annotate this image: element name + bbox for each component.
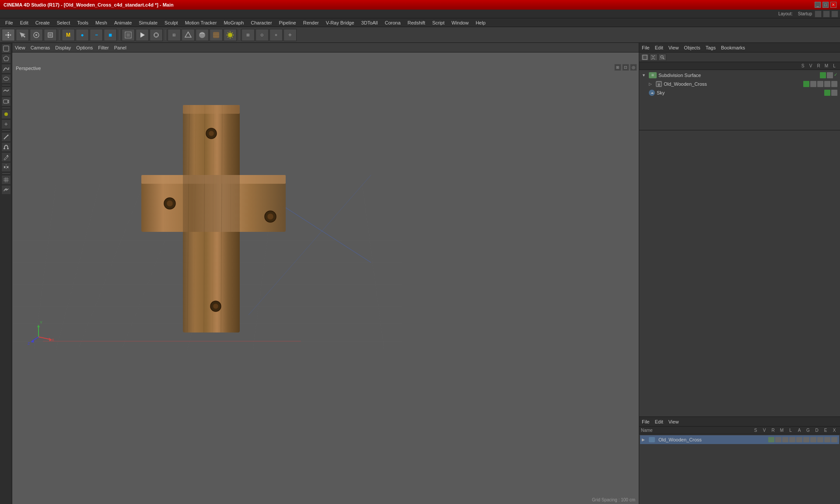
snap-btn[interactable]: ⊠ <box>242 29 255 41</box>
attr-dot-7[interactable] <box>810 437 816 442</box>
texture-btn[interactable] <box>210 29 223 41</box>
om-item-subdivision[interactable]: ▼ ⊞ Subdivision Surface ✓ <box>640 71 839 80</box>
spline-tool[interactable] <box>1 64 11 74</box>
scale-btn[interactable] <box>44 29 57 41</box>
attr-menu-file[interactable]: File <box>642 419 650 424</box>
move-tool-btn[interactable] <box>2 29 15 41</box>
menu-help[interactable]: Help <box>472 19 489 26</box>
menu-redshift[interactable]: Redshift <box>404 19 429 26</box>
menu-character[interactable]: Character <box>247 19 275 26</box>
render-region-btn[interactable] <box>122 29 135 41</box>
grid-tool[interactable] <box>1 175 11 185</box>
attr-item-cross[interactable]: ▶ Old_Wooden_Cross <box>640 435 839 444</box>
floor-btn[interactable]: ≡ <box>270 29 283 41</box>
snap-settings-btn[interactable]: ⊙ <box>256 29 269 41</box>
render-settings-btn[interactable] <box>150 29 163 41</box>
layout-startup[interactable]: Startup <box>795 11 815 16</box>
maximize-button[interactable]: □ <box>822 2 829 8</box>
menu-create[interactable]: Create <box>32 19 53 26</box>
render-btn[interactable] <box>136 29 149 41</box>
menu-window[interactable]: Window <box>448 19 472 26</box>
sculpt-tool[interactable] <box>1 185 11 195</box>
attr-dot-1[interactable] <box>768 437 774 442</box>
model-mode-btn[interactable]: M <box>62 29 75 41</box>
menu-3dtall[interactable]: 3DToAll <box>358 19 382 26</box>
attr-dot-4[interactable] <box>789 437 795 442</box>
menu-script[interactable]: Script <box>429 19 448 26</box>
attr-menu-view[interactable]: View <box>668 419 679 424</box>
select-tool-btn[interactable] <box>16 29 29 41</box>
menu-sculpt[interactable]: Sculpt <box>161 19 182 26</box>
attr-dot-3[interactable] <box>782 437 788 442</box>
om-expand-subd[interactable]: ▼ <box>642 73 647 77</box>
menu-motion-tracker[interactable]: Motion Tracker <box>182 19 220 26</box>
om-menu-bookmarks[interactable]: Bookmarks <box>721 45 745 50</box>
layout-icon-2[interactable] <box>823 10 830 18</box>
menu-pipeline[interactable]: Pipeline <box>276 19 300 26</box>
layout-icon-1[interactable] <box>815 10 822 18</box>
om-tool-2[interactable] <box>650 54 658 61</box>
viewport-menu-options[interactable]: Options <box>76 45 93 50</box>
om-dot-cross-2[interactable] <box>810 81 816 87</box>
view-preset-btn[interactable]: ⊞ <box>168 29 181 41</box>
om-menu-edit[interactable]: Edit <box>655 45 663 50</box>
menu-corona[interactable]: Corona <box>381 19 404 26</box>
rotate-btn[interactable] <box>30 29 43 41</box>
menu-animate[interactable]: Animate <box>111 19 135 26</box>
vertex-mode-btn[interactable]: ● <box>76 29 89 41</box>
om-menu-objects[interactable]: Objects <box>684 45 700 50</box>
viewport-ctrl-2[interactable]: ⊡ <box>622 64 629 71</box>
close-button[interactable]: ✕ <box>830 2 836 8</box>
om-dot-subd-1[interactable] <box>820 72 826 78</box>
om-dot-cross-1[interactable] <box>803 81 809 87</box>
polygon-tool[interactable] <box>1 54 11 63</box>
nurbs-tool[interactable] <box>1 74 11 84</box>
attr-dot-9[interactable] <box>824 437 830 442</box>
minimize-button[interactable]: _ <box>815 2 821 8</box>
viewport-menu-filter[interactable]: Filter <box>98 45 108 50</box>
om-dot-cross-3[interactable] <box>817 81 823 87</box>
om-menu-tags[interactable]: Tags <box>706 45 716 50</box>
om-tool-1[interactable] <box>641 54 649 61</box>
object-tool[interactable] <box>1 44 11 53</box>
viewport-ctrl-camera[interactable]: ◎ <box>630 64 637 71</box>
menu-vray[interactable]: V-Ray Bridge <box>322 19 358 26</box>
viewport-menu-cameras[interactable]: Cameras <box>31 45 50 50</box>
viewport-menu-display[interactable]: Display <box>55 45 71 50</box>
knife-tool[interactable] <box>1 132 11 142</box>
axis-btn[interactable]: ✛ <box>284 29 297 41</box>
om-dot-cross-4[interactable] <box>824 81 830 87</box>
attr-dot-5[interactable] <box>796 437 802 442</box>
om-search[interactable] <box>658 54 666 61</box>
om-item-wooden-cross[interactable]: ▷ ψ Old_Wooden_Cross <box>640 80 839 88</box>
om-dot-sky-2[interactable] <box>831 90 837 96</box>
light-obj-tool[interactable] <box>1 109 11 119</box>
menu-render[interactable]: Render <box>300 19 322 26</box>
magnet-tool[interactable] <box>1 142 11 152</box>
light-btn[interactable] <box>224 29 237 41</box>
edge-mode-btn[interactable]: ━ <box>90 29 103 41</box>
layout-icon-3[interactable] <box>831 10 838 18</box>
attr-dot-8[interactable] <box>817 437 823 442</box>
viewport-menu-panel[interactable]: Panel <box>114 45 126 50</box>
camera-tool[interactable] <box>1 97 11 106</box>
om-dot-subd-2[interactable] <box>827 72 833 78</box>
menu-simulate[interactable]: Simulate <box>135 19 161 26</box>
viewport[interactable]: View Cameras Display Options Filter Pane… <box>12 43 639 504</box>
om-menu-file[interactable]: File <box>642 45 650 50</box>
attr-menu-edit[interactable]: Edit <box>655 419 663 424</box>
menu-mograph[interactable]: MoGraph <box>220 19 247 26</box>
attr-dot-6[interactable] <box>803 437 809 442</box>
pen-tool[interactable] <box>1 152 11 162</box>
shading-btn[interactable] <box>196 29 209 41</box>
menu-file[interactable]: File <box>2 19 17 26</box>
mirror-tool[interactable] <box>1 162 11 172</box>
menu-edit[interactable]: Edit <box>17 19 32 26</box>
om-menu-view[interactable]: View <box>668 45 679 50</box>
menu-tools[interactable]: Tools <box>74 19 92 26</box>
menu-mesh[interactable]: Mesh <box>92 19 111 26</box>
menu-select[interactable]: Select <box>53 19 74 26</box>
deformer-tool[interactable] <box>1 87 11 96</box>
attr-dot-2[interactable] <box>775 437 781 442</box>
om-dot-cross-5[interactable] <box>831 81 837 87</box>
